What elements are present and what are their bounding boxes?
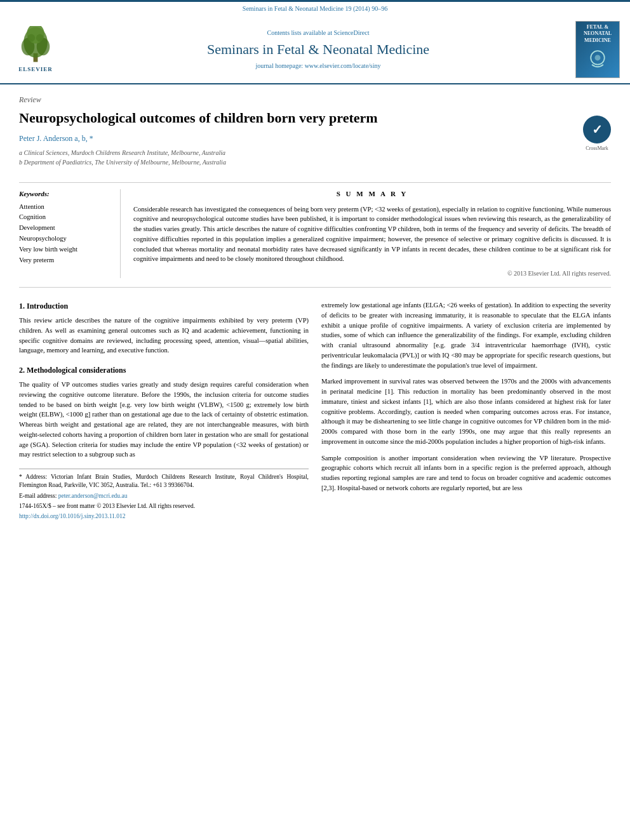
- right-column: extremely low gestational age infants (E…: [321, 300, 611, 523]
- summary-divider: [19, 182, 611, 183]
- methodological-heading: 2. Methodological considerations: [19, 364, 309, 376]
- keyword-item: Very preterm: [19, 255, 111, 266]
- journal-title: Seminars in Fetal & Neonatal Medicine: [74, 40, 563, 60]
- keyword-item: Development: [19, 223, 111, 234]
- article-title: Neuropsychological outcomes of children …: [19, 109, 570, 128]
- summary-column: S U M M A R Y Considerable research has …: [133, 189, 611, 278]
- header-center: Contents lists available at ScienceDirec…: [61, 29, 575, 71]
- journal-cover-image: FETAL & NEONATAL MEDICINE: [575, 21, 620, 78]
- methodological-paragraph: The quality of VP outcomes studies varie…: [19, 380, 309, 460]
- keywords-heading: Keywords:: [19, 189, 111, 199]
- keywords-column: Keywords: Attention Cognition Developmen…: [19, 189, 121, 278]
- svg-point-8: [595, 55, 601, 61]
- left-column: 1. Introduction This review article desc…: [19, 300, 309, 523]
- elsevier-label: ELSEVIER: [18, 65, 53, 74]
- crossmark-badge: ✓ CrossMark: [583, 116, 611, 152]
- email-link[interactable]: peter.anderson@mcri.edu.au: [58, 493, 128, 499]
- right-paragraph-3: Sample composition is another important …: [321, 453, 611, 493]
- affiliations: a Clinical Sciences, Murdoch Childrens R…: [19, 148, 570, 167]
- keyword-item: Attention: [19, 202, 111, 213]
- copyright-notice: © 2013 Elsevier Ltd. All rights reserved…: [133, 269, 611, 278]
- article-content: Review Neuropsychological outcomes of ch…: [0, 84, 630, 533]
- elsevier-logo: ELSEVIER: [10, 26, 61, 74]
- footnotes: * Address: Victorian Infant Brain Studie…: [19, 469, 309, 521]
- issn-notice: 1744-165X/$ – see front matter © 2013 El…: [19, 502, 309, 510]
- cover-illustration-icon: [582, 46, 613, 75]
- sciencedirect-link[interactable]: Contents lists available at ScienceDirec…: [74, 29, 563, 37]
- elsevier-tree-icon: [17, 26, 55, 64]
- doi-link[interactable]: http://dx.doi.org/10.1016/j.siny.2013.11…: [19, 512, 309, 521]
- article-type: Review: [19, 95, 611, 105]
- body-columns: 1. Introduction This review article desc…: [19, 300, 611, 523]
- journal-homepage: journal homepage: www.elsevier.com/locat…: [74, 62, 563, 70]
- keyword-item: Neuropsychology: [19, 234, 111, 244]
- summary-section: Keywords: Attention Cognition Developmen…: [19, 189, 611, 288]
- journal-citation: Seminars in Fetal & Neonatal Medicine 19…: [0, 0, 630, 16]
- intro-heading: 1. Introduction: [19, 300, 309, 312]
- intro-paragraph: This review article describes the nature…: [19, 316, 309, 356]
- authors: Peter J. Anderson a, b, *: [19, 133, 570, 144]
- summary-text: Considerable research has investigated t…: [133, 204, 611, 265]
- right-paragraph-1: extremely low gestational age infants (E…: [321, 300, 611, 370]
- summary-heading: S U M M A R Y: [133, 189, 611, 199]
- footnote-address: * Address: Victorian Infant Brain Studie…: [19, 473, 309, 490]
- keyword-item: Very low birth weight: [19, 244, 111, 255]
- svg-point-5: [27, 34, 35, 42]
- footnote-email: E-mail address: peter.anderson@mcri.edu.…: [19, 492, 309, 500]
- right-paragraph-2: Marked improvement in survival rates was…: [321, 377, 611, 446]
- keyword-item: Cognition: [19, 212, 111, 223]
- journal-header: ELSEVIER Contents lists available at Sci…: [0, 16, 630, 84]
- svg-point-6: [36, 34, 44, 42]
